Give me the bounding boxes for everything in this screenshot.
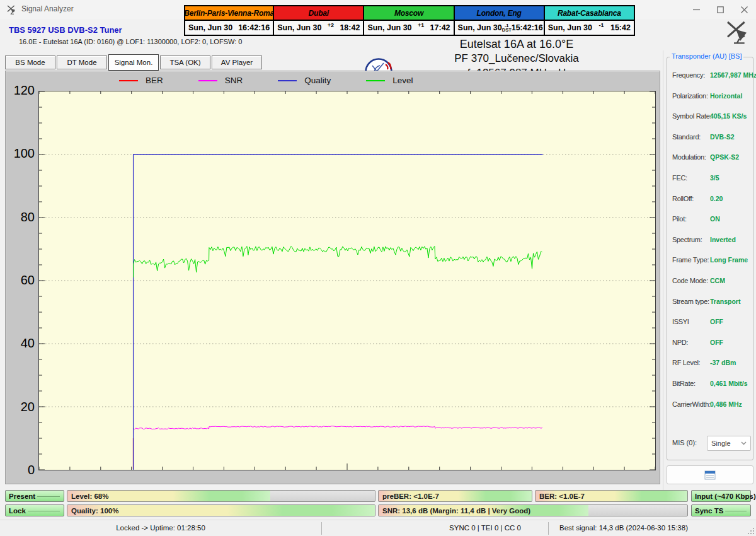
mis-row: MIS (0): Single [672,436,750,451]
badge-label: Sync TS [695,507,723,515]
tab-av-player[interactable]: AV Player [212,55,262,69]
legend-label: SNR [225,76,243,85]
transponder-row-value: DVB-S2 [710,133,735,141]
status-badge-input-470-kbps-: Input (~470 Kbps) [691,490,751,502]
clock-cell: Rabat-CasablancaSun, Jun 30-115:42 [545,5,635,36]
clock-time: Sun, Jun 30+218:42 [273,21,364,36]
badge-line [37,496,60,497]
tab-dt-mode[interactable]: DT Mode [57,55,107,69]
y-tick-label: 20 [7,400,35,414]
transponder-row-modulation: Modulation:QPSK-S2 [672,153,750,163]
signal-bar-label: preBER: <1.0E-7 [382,491,439,501]
transponder-list-button[interactable] [667,465,753,484]
signal-bar-label: Level: 68% [71,491,108,501]
transponder-groupbox: Transponder (AU) [BS] Frequency:12567,98… [667,57,753,460]
transponder-row-bitrate: BitRate:0,461 Mbit/s [672,380,750,390]
transponder-row-value: ON [710,215,720,223]
maximize-icon [717,6,724,13]
transponder-row-standard: Standard:DVB-S2 [672,133,750,143]
clock-time: Sun, Jun 3016:42:16 [184,21,274,36]
transponder-sidebar: Transponder (AU) [BS] Frequency:12567,98… [663,50,756,492]
signal-bar-label: SNR: 13,6 dB (Margin: 11,4 dB | Very Goo… [382,505,530,516]
transponder-row-label: RF Level: [672,359,700,366]
legend-label: BER [146,76,163,85]
transponder-row-label: RollOff: [672,195,694,202]
clock-time-value: 15:42:16 [512,23,543,32]
list-icon [704,470,716,480]
satellite-app-icon [6,4,16,15]
transponder-row-value: 3/5 [710,174,719,182]
badge-label: Lock [9,507,26,515]
transponder-row-value: OFF [710,339,723,346]
clock-date: Sun, Jun 30 [277,23,321,32]
legend-item-ber: BER [119,76,163,85]
clock-time-value: 16:42:16 [238,23,270,32]
status-badge-lock: Lock [5,504,64,516]
timezone-offset: +1 [418,22,424,28]
transponder-row-value: 0,486 MHz [710,400,742,408]
maximize-button[interactable] [708,0,732,19]
status-badge-sync-ts: Sync TS [691,504,751,516]
signal-bar-preber: preBER: <1.0E-7 [378,490,532,502]
transponder-row-label: BitRate: [672,380,696,387]
clock-time: Sun, Jun 30+117:42 [363,21,454,36]
badge-line [28,511,60,511]
status-badge-present: Present [5,490,64,502]
chart-legend: BERSNRQualityLevel [119,76,449,85]
signal-bar-snr: SNR: 13,6 dB (Margin: 11,4 dB | Very Goo… [378,504,688,516]
transponder-row-rflevel: RF Level:-37 dBm [672,359,750,369]
transponder-row-pilot: Pilot:ON [672,215,750,225]
timezone-offset: -1DST [502,23,512,32]
clock-cell: London, EngSun, Jun 30-1DST15:42:16 [455,5,545,36]
transponder-row-label: NPD: [672,339,688,346]
badge-label: Present [9,492,35,500]
transponder-row-label: Code Mode: [672,277,708,284]
tab-signal-mon-[interactable]: Signal Mon. [108,54,159,71]
satellite-position-label: Eutelsat 16A at 16.0°E [391,38,643,51]
legend-label: Level [392,76,413,85]
transponder-row-frequency: Frequency:12567,987 MHz [672,71,750,81]
mis-dropdown[interactable]: Single [707,436,751,451]
close-icon [741,6,748,13]
transponder-row-label: ISSYI [672,318,689,325]
statusbar-separator [321,522,322,535]
series-level [134,247,542,278]
site-label: PF 370_Lučenec/Slovakia [391,52,643,65]
tuner-subtitle: 16.0E - Eutelsat 16A (ID: 0160) @ LOF1: … [19,38,242,45]
minimize-button[interactable] [684,0,708,19]
y-tick-label: 80 [7,210,35,224]
badge-label: Input (~470 Kbps) [695,492,756,500]
clock-city-label: Dubai [273,5,364,21]
clock-date: Sun, Jun 30 [458,23,502,32]
legend-item-quality: Quality [278,76,331,85]
transponder-row-label: Spectrum: [672,236,702,243]
clock-time-value: 15:42 [610,23,631,32]
world-clock-bar: Berlin-Paris-Vienna-RomaSun, Jun 3016:42… [184,5,635,36]
tab-bs-mode[interactable]: BS Mode [5,55,55,69]
mis-value: Single [711,440,731,447]
transponder-row-label: Symbol Rate: [672,112,711,120]
transponder-row-value: CCM [710,277,725,284]
transponder-row-value: Horizontal [710,92,742,100]
transponder-row-issyi: ISSYIOFF [672,318,750,328]
legend-swatch [198,80,217,81]
minimize-icon [693,6,700,13]
resize-grip[interactable] [747,527,755,535]
satellite-dish-icon [724,19,750,44]
legend-item-level: Level [366,76,413,85]
transponder-row-label: Frame Type: [672,256,709,264]
badge-line [725,511,747,511]
y-tick-label: 0 [7,463,35,477]
transponder-row-value: 12567,987 MHz [710,71,756,79]
close-button[interactable] [732,0,756,19]
clock-cell: DubaiSun, Jun 30+218:42 [274,5,364,36]
statusbar-cell-1: SYNC 0 | TEI 0 | CC 0 [449,524,521,532]
status-bar: Locked -> Uptime: 01:28:50SYNC 0 | TEI 0… [0,520,756,536]
signal-plot [39,91,655,470]
chevron-down-icon [741,441,747,445]
tab-tsa-ok-[interactable]: TSA (OK) [160,55,210,69]
clock-cell: MoscowSun, Jun 30+117:42 [364,5,454,36]
transponder-row-value: Inverted [710,236,736,243]
y-tick-label: 120 [7,83,35,98]
legend-item-snr: SNR [198,76,243,85]
